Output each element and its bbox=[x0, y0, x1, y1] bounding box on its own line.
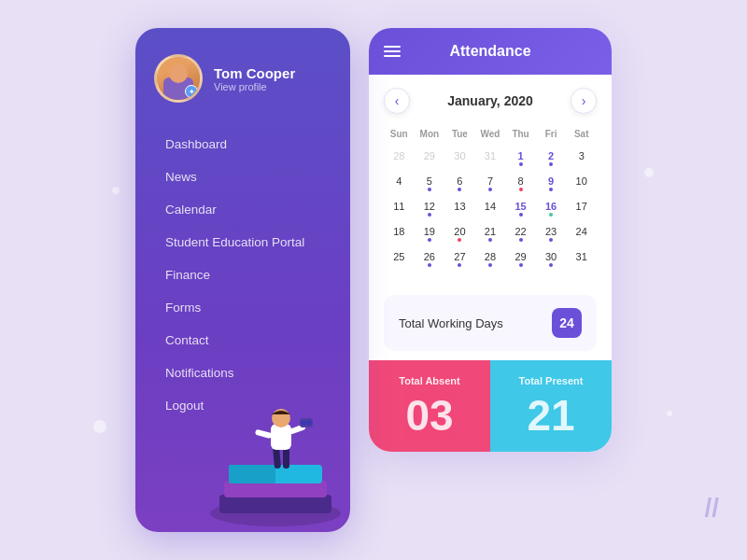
right-panel: Attendance ‹ January, 2020 › Sun Mon Tue… bbox=[369, 28, 612, 452]
cal-cell[interactable]: 1 bbox=[505, 147, 536, 170]
cal-cell[interactable]: 13 bbox=[444, 197, 475, 220]
cal-cell[interactable]: 19 bbox=[415, 222, 445, 245]
day-sun: Sun bbox=[384, 127, 415, 141]
decorative-dot bbox=[667, 411, 672, 416]
present-label: Total Present bbox=[519, 375, 584, 386]
sidebar-item-forms[interactable]: Forms bbox=[154, 292, 331, 323]
view-profile-link[interactable]: View profile bbox=[214, 81, 295, 92]
total-working-badge: 24 bbox=[552, 308, 582, 338]
cal-cell[interactable]: 4 bbox=[384, 172, 415, 195]
present-card: Total Present 21 bbox=[490, 360, 612, 452]
cal-cell[interactable]: 14 bbox=[475, 197, 506, 220]
user-name: Tom Cooper bbox=[214, 65, 295, 81]
cal-cell[interactable]: 31 bbox=[566, 247, 597, 271]
slash-decoration: // bbox=[704, 493, 719, 523]
cal-cell[interactable]: 2 bbox=[536, 147, 567, 170]
calendar-month-label: January, 2020 bbox=[447, 93, 533, 108]
svg-point-12 bbox=[306, 420, 312, 426]
calendar-header-row: Sun Mon Tue Wed Thu Fri Sat bbox=[384, 127, 597, 141]
total-working-label: Total Working Days bbox=[399, 316, 503, 330]
cal-cell[interactable]: 18 bbox=[384, 222, 415, 245]
day-tue: Tue bbox=[444, 127, 475, 141]
cal-cell[interactable]: 29 bbox=[505, 247, 536, 271]
day-sat: Sat bbox=[566, 127, 597, 141]
day-wed: Wed bbox=[475, 127, 506, 141]
cal-cell[interactable]: 30 bbox=[536, 247, 567, 271]
attendance-header: Attendance bbox=[369, 28, 612, 75]
calendar-nav: ‹ January, 2020 › bbox=[384, 88, 597, 114]
cal-cell[interactable]: 23 bbox=[536, 222, 567, 245]
cal-cell[interactable]: 20 bbox=[444, 222, 475, 245]
avatar[interactable]: ✦ bbox=[154, 54, 203, 103]
cal-cell[interactable]: 15 bbox=[505, 197, 536, 220]
cal-cell[interactable]: 12 bbox=[415, 197, 445, 220]
cal-cell[interactable]: 22 bbox=[505, 222, 536, 245]
absent-card: Total Absent 03 bbox=[369, 360, 490, 452]
hamburger-menu[interactable] bbox=[384, 46, 401, 57]
decorative-dot bbox=[644, 168, 654, 177]
cal-cell[interactable]: 11 bbox=[384, 197, 415, 220]
calendar-row-4: 18 19 20 21 22 23 24 bbox=[384, 222, 597, 245]
cal-cell[interactable]: 10 bbox=[566, 172, 597, 195]
cal-cell[interactable]: 25 bbox=[384, 247, 415, 271]
cal-cell[interactable]: 29 bbox=[415, 147, 445, 170]
day-thu: Thu bbox=[505, 127, 536, 141]
sidebar-item-contact[interactable]: Contact bbox=[154, 325, 331, 356]
cal-cell[interactable]: 17 bbox=[566, 197, 597, 220]
calendar-row-1: 28 29 30 31 1 2 3 bbox=[384, 147, 597, 170]
sidebar-item-student-education[interactable]: Student Education Portal bbox=[154, 227, 331, 258]
total-working-section: Total Working Days 24 bbox=[384, 295, 597, 351]
calendar-grid: Sun Mon Tue Wed Thu Fri Sat 28 29 30 31 … bbox=[384, 127, 597, 271]
nav-menu: Dashboard News Calendar Student Educatio… bbox=[154, 129, 331, 421]
absent-label: Total Absent bbox=[399, 375, 459, 386]
svg-rect-13 bbox=[255, 429, 273, 439]
profile-section: ✦ Tom Cooper View profile bbox=[154, 54, 331, 103]
sidebar-item-news[interactable]: News bbox=[154, 161, 331, 192]
decorative-dot bbox=[93, 420, 106, 433]
cal-cell[interactable]: 24 bbox=[566, 222, 597, 245]
cal-cell[interactable]: 6 bbox=[444, 172, 475, 195]
cal-cell[interactable]: 28 bbox=[475, 247, 506, 271]
cal-cell[interactable]: 16 bbox=[536, 197, 567, 220]
panel-title: Attendance bbox=[449, 43, 530, 60]
day-mon: Mon bbox=[415, 127, 445, 141]
cal-cell[interactable]: 31 bbox=[475, 147, 506, 170]
avatar-badge-icon: ✦ bbox=[185, 85, 198, 98]
svg-rect-5 bbox=[283, 448, 289, 469]
decorative-dot bbox=[112, 187, 120, 194]
svg-rect-7 bbox=[271, 424, 291, 450]
cal-cell[interactable]: 7 bbox=[475, 172, 506, 195]
cal-cell[interactable]: 28 bbox=[384, 147, 415, 170]
cal-cell[interactable]: 26 bbox=[415, 247, 445, 271]
cal-cell[interactable]: 21 bbox=[475, 222, 506, 245]
svg-rect-4 bbox=[229, 465, 275, 483]
calendar-row-2: 4 5 6 7 8 9 10 bbox=[384, 172, 597, 195]
svg-point-11 bbox=[301, 420, 306, 426]
left-panel: ✦ Tom Cooper View profile Dashboard News… bbox=[135, 28, 350, 532]
day-fri: Fri bbox=[536, 127, 567, 141]
cal-cell[interactable]: 27 bbox=[444, 247, 475, 271]
cal-cell[interactable]: 5 bbox=[415, 172, 445, 195]
profile-info: Tom Cooper View profile bbox=[214, 65, 295, 92]
calendar-row-3: 11 12 13 14 15 16 17 bbox=[384, 197, 597, 220]
cal-cell[interactable]: 30 bbox=[444, 147, 475, 170]
present-value: 21 bbox=[527, 394, 574, 437]
calendar-section: ‹ January, 2020 › Sun Mon Tue Wed Thu Fr… bbox=[369, 75, 612, 286]
cal-cell[interactable]: 3 bbox=[566, 147, 597, 170]
illustration bbox=[191, 383, 350, 532]
next-month-button[interactable]: › bbox=[571, 88, 597, 114]
sidebar-item-finance[interactable]: Finance bbox=[154, 259, 331, 290]
stats-row: Total Absent 03 Total Present 21 bbox=[369, 360, 612, 452]
absent-value: 03 bbox=[405, 394, 453, 437]
calendar-row-5: 25 26 27 28 29 30 31 bbox=[384, 247, 597, 271]
cal-cell[interactable]: 8 bbox=[505, 172, 536, 195]
cal-cell[interactable]: 9 bbox=[536, 172, 567, 195]
sidebar-item-dashboard[interactable]: Dashboard bbox=[154, 129, 331, 160]
sidebar-item-calendar[interactable]: Calendar bbox=[154, 194, 331, 225]
prev-month-button[interactable]: ‹ bbox=[384, 88, 410, 114]
